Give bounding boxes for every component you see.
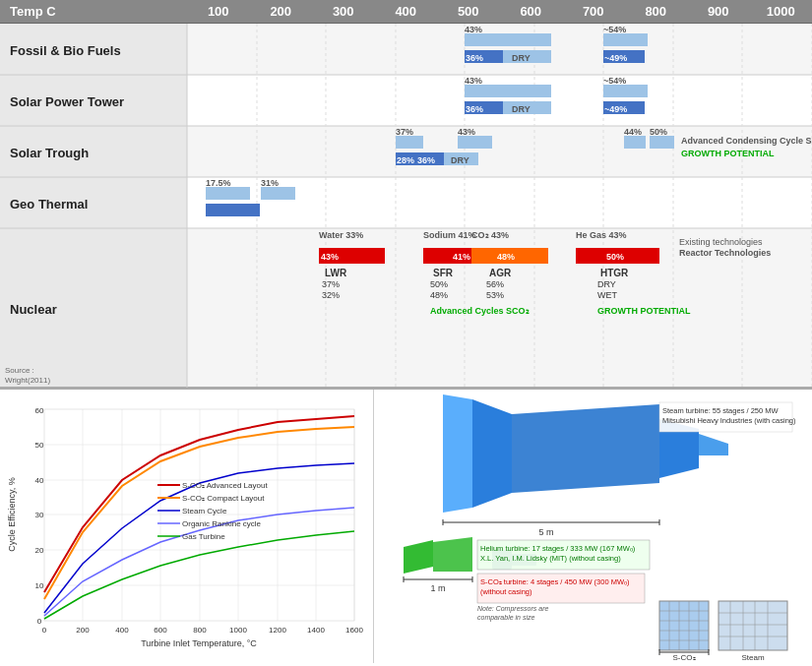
source-label: Source : [5, 366, 34, 375]
nuc-hegas-50: 50% [606, 252, 624, 262]
gasturbine-legend-text: Gas Turbine [182, 532, 225, 541]
nuc-sfr-pct1: 50% [430, 279, 448, 289]
geo-175-label: 17.5% [206, 178, 231, 188]
main-chart-svg: Fossil & Bio Fuels 43% ~54% 36% DRY ~49%… [0, 24, 812, 388]
y-axis-label: Cycle Efficiency, % [7, 477, 17, 552]
temp-300: 300 [319, 4, 368, 19]
svg-text:10: 10 [35, 581, 44, 590]
temp-header: Temp C 100 200 300 400 500 600 700 800 9… [0, 0, 812, 24]
top-table: Temp C 100 200 300 400 500 600 700 800 9… [0, 0, 812, 388]
svg-text:1200: 1200 [269, 626, 286, 635]
nuc-htgr-dry: DRY [597, 279, 616, 289]
svg-text:600: 600 [154, 626, 167, 635]
svg-text:800: 800 [193, 626, 207, 635]
sco2-cooler-label1: S-CO₂ [673, 653, 696, 660]
steam-turbine-tip [699, 434, 728, 455]
spt-43pct-label: 43% [465, 76, 482, 86]
nuc-water-label: Water 33% [319, 230, 363, 240]
note-text2: comparable in size [477, 614, 534, 622]
temp-400: 400 [381, 4, 430, 19]
nuc-agr-label: AGR [489, 268, 512, 278]
svg-text:40: 40 [35, 476, 44, 485]
sco2-cmp-legend-text: S-CO₂ Compact Layout [182, 494, 265, 503]
nuc-existing-text: Existing technologies [679, 237, 763, 247]
cycle-efficiency-chart: 0 10 20 30 40 50 60 0 200 400 600 800 10… [5, 394, 369, 660]
steam-turbine-shape [512, 404, 659, 493]
sco2-turbine-text2: (without casing) [480, 587, 532, 596]
sco2-turbine-text1: S-CO₂ turbine: 4 stages / 450 MW (300 MW… [480, 577, 630, 586]
nuc-sodium-label: Sodium 41% [423, 230, 476, 240]
st-advanced-text: Advanced Condensing Cycle SCO₂ [681, 136, 812, 146]
helium-turbine-text2: X.L. Yan, I.M. Lidsky (MIT) (without cas… [480, 554, 621, 563]
st-28pct-text: 28% [397, 155, 414, 165]
fossil-dry-text: DRY [512, 53, 531, 63]
temp-600: 600 [506, 4, 555, 19]
steam-turbine-far-left [443, 394, 472, 513]
spt-dry-text: DRY [512, 104, 531, 114]
geo-bar-175 [206, 187, 250, 200]
note-text1: Note: Compressors are [477, 605, 548, 613]
1m-label: 1 m [430, 583, 445, 593]
fossil-36pct-text: 36% [466, 53, 483, 63]
st-bar-50 [650, 136, 674, 149]
sco2-adv-legend-text: S-CO₂ Advanced Layout [182, 481, 268, 490]
svg-text:30: 30 [35, 511, 44, 519]
nuc-htgr-wet: WET [597, 290, 617, 300]
temp-100: 100 [194, 4, 243, 19]
steam-legend-text: Steam Cycle [182, 507, 227, 515]
turbine-diagram-svg: 5 m 1 m Steam turbine: 55 stages / 250 M… [384, 394, 797, 660]
st-bar-43 [458, 136, 492, 149]
geo-thermal-label: Geo Thermal [10, 197, 88, 212]
solar-power-tower-label: Solar Power Tower [10, 94, 124, 109]
st-bar-44 [624, 136, 646, 149]
st-dry-text: DRY [451, 155, 469, 165]
svg-text:50: 50 [35, 441, 44, 450]
5m-label: 5 m [538, 527, 553, 537]
st-37pct-label: 37% [396, 127, 413, 137]
temp-1000: 1000 [756, 4, 805, 19]
chart-area: 0 10 20 30 40 50 60 0 200 400 600 800 10… [0, 390, 374, 663]
temp-900: 900 [694, 4, 743, 19]
steam-turbine-text2: Mitsubishi Heavy Industries (with casing… [662, 416, 796, 425]
nuc-htgr-label: HTGR [600, 268, 629, 278]
nuc-co2-label: CO₂ 43% [471, 230, 509, 240]
st-50pct-label: 50% [650, 127, 667, 137]
svg-text:0: 0 [37, 617, 42, 626]
steam-condenser-box [718, 601, 787, 650]
helium-turbine-main [433, 537, 472, 572]
geo-31-label: 31% [261, 178, 279, 188]
geo-bar-dark [206, 204, 260, 216]
sco2-cooler-box [659, 601, 709, 650]
source-author: Wright(2011) [5, 376, 50, 385]
organic-legend-text: Organic Rankine cycle [182, 519, 262, 528]
st-growth-text: GROWTH POTENTIAL [681, 149, 775, 158]
fossil-43pct-label: 43% [465, 25, 482, 34]
nuc-agr-pct2: 53% [486, 290, 504, 300]
temp-200: 200 [256, 4, 305, 19]
st-43pct-label: 43% [458, 127, 475, 137]
turbine-diagram: 5 m 1 m Steam turbine: 55 stages / 250 M… [374, 390, 812, 663]
x-axis-label: Turbine Inlet Temperature, °C [141, 638, 257, 648]
nuc-hegas-label: He Gas 43% [576, 230, 627, 240]
temp-700: 700 [569, 4, 618, 19]
fossil-bar-upper1 [465, 33, 551, 46]
svg-text:400: 400 [115, 626, 129, 635]
svg-text:0: 0 [42, 626, 47, 635]
nuclear-label: Nuclear [10, 302, 57, 317]
st-36pct-text: 36% [417, 155, 435, 165]
temp-label: Temp C [0, 4, 187, 19]
temp-500: 500 [444, 4, 493, 19]
nuc-lwr-pct1: 37% [322, 279, 340, 289]
fossil-54pct-label: ~54% [603, 25, 626, 34]
svg-text:1600: 1600 [345, 626, 363, 635]
spt-49pct-text: ~49% [604, 104, 627, 114]
steam-turbine-text1: Steam turbine: 55 stages / 250 MW [662, 406, 779, 415]
fossil-49pct-text: ~49% [604, 53, 627, 63]
nuc-advanced-text: Advanced Cycles SCO₂ [430, 306, 530, 316]
steam-turbine-left [472, 399, 512, 508]
svg-text:1000: 1000 [229, 626, 247, 635]
temp-800: 800 [631, 4, 680, 19]
helium-turbine-shape [404, 540, 433, 574]
svg-text:20: 20 [35, 546, 44, 555]
svg-text:60: 60 [35, 406, 44, 415]
